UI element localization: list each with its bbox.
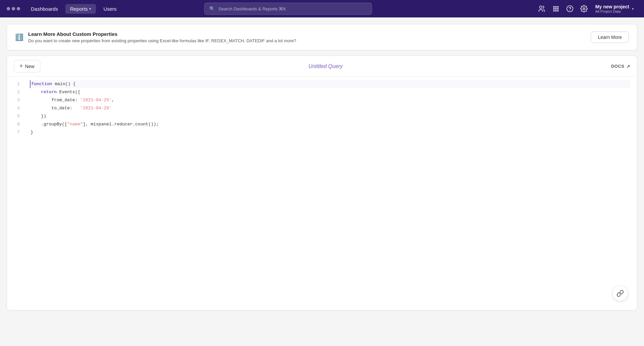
project-title: My new project — [595, 4, 629, 9]
project-chevron-icon: ▾ — [632, 7, 634, 11]
search-bar[interactable]: 🔍 Search Dashboards & Reports ⌘K — [204, 3, 372, 15]
link-fab-button[interactable] — [613, 286, 628, 301]
nav-item-dashboards[interactable]: Dashboards — [26, 4, 63, 14]
line-num-3: 3 — [11, 96, 20, 104]
svg-rect-6 — [557, 8, 558, 9]
string-from-date: '2021-04-25' — [80, 96, 112, 104]
help-icon-button[interactable] — [564, 3, 576, 15]
svg-rect-4 — [553, 8, 554, 9]
info-icon: ℹ️ — [15, 33, 23, 41]
users-icon-button[interactable] — [536, 3, 548, 15]
plus-icon: + — [19, 63, 23, 70]
line-num-2: 2 — [11, 88, 20, 96]
keyword-function: function — [31, 80, 52, 88]
new-query-button[interactable]: + New — [14, 60, 40, 72]
line-num-4: 4 — [11, 104, 20, 112]
new-button-label: New — [25, 64, 35, 69]
string-name: "name" — [67, 120, 83, 128]
learn-more-button[interactable]: Learn More — [591, 32, 629, 43]
nav-item-reports[interactable]: Reports ▾ — [65, 4, 96, 14]
line-num-1: 1 — [11, 80, 20, 88]
nav-item-users[interactable]: Users — [99, 4, 121, 14]
custom-properties-banner: ℹ️ Learn More About Custom Properties Do… — [7, 24, 637, 50]
svg-rect-2 — [555, 6, 556, 8]
code-editor-panel: + New Untitled Query DOCS ↗ 1 2 3 4 5 6 … — [7, 56, 637, 310]
nav-dot-1 — [7, 7, 10, 10]
nav-right-actions: My new project All Project Data ▾ — [536, 3, 637, 15]
code-line-3: from_date: '2021-04-25' , — [31, 96, 630, 104]
line-num-7: 7 — [11, 128, 20, 136]
svg-point-0 — [539, 6, 542, 8]
banner-description: Do you want to create new properties fro… — [28, 38, 586, 43]
svg-rect-3 — [557, 6, 558, 8]
project-selector[interactable]: My new project All Project Data ▾ — [592, 3, 637, 15]
editor-wrapper: 1 2 3 4 5 6 7 function main() { return — [7, 77, 637, 310]
code-line-6: .groupBy([ "name" ], mixpanel.reducer.co… — [31, 120, 630, 128]
project-subtitle: All Project Data — [595, 9, 629, 13]
apps-grid-icon-button[interactable] — [550, 3, 562, 15]
string-to-date: '2021-04-26' — [80, 104, 112, 112]
code-line-7: } — [31, 128, 630, 136]
nav-dot-2 — [12, 7, 15, 10]
external-link-icon: ↗ — [626, 64, 631, 69]
query-title[interactable]: Untitled Query — [40, 63, 611, 69]
search-icon: 🔍 — [209, 6, 215, 11]
line-numbers: 1 2 3 4 5 6 7 — [7, 80, 24, 301]
top-navigation: Dashboards Reports ▾ Users 🔍 Search Dash… — [0, 0, 644, 17]
line-num-5: 5 — [11, 112, 20, 120]
keyword-return: return — [41, 88, 57, 96]
search-placeholder: Search Dashboards & Reports ⌘K — [218, 6, 286, 11]
svg-rect-5 — [555, 8, 556, 9]
code-main-paren: main() { — [52, 80, 75, 88]
svg-point-12 — [583, 8, 585, 10]
code-editor[interactable]: 1 2 3 4 5 6 7 function main() { return — [7, 77, 637, 305]
docs-label: DOCS — [611, 64, 625, 69]
code-line-1: function main() { — [30, 80, 630, 88]
reports-chevron-icon: ▾ — [89, 7, 91, 11]
nav-dot-3 — [17, 7, 20, 10]
svg-rect-8 — [555, 10, 556, 11]
banner-title: Learn More About Custom Properties — [28, 31, 586, 37]
settings-icon-button[interactable] — [578, 3, 590, 15]
svg-rect-7 — [553, 10, 554, 11]
code-line-2: return Events({ — [31, 88, 630, 96]
svg-rect-1 — [553, 6, 554, 8]
code-line-5: }) — [31, 112, 630, 120]
editor-toolbar: + New Untitled Query DOCS ↗ — [7, 56, 637, 77]
line-num-6: 6 — [11, 120, 20, 128]
nav-dots — [7, 7, 20, 10]
code-line-4: to_date: '2021-04-26' — [31, 104, 630, 112]
banner-content: Learn More About Custom Properties Do yo… — [28, 31, 586, 43]
docs-button[interactable]: DOCS ↗ — [611, 64, 630, 69]
code-content[interactable]: function main() { return Events({ from_d… — [24, 80, 637, 301]
svg-rect-9 — [557, 10, 558, 11]
